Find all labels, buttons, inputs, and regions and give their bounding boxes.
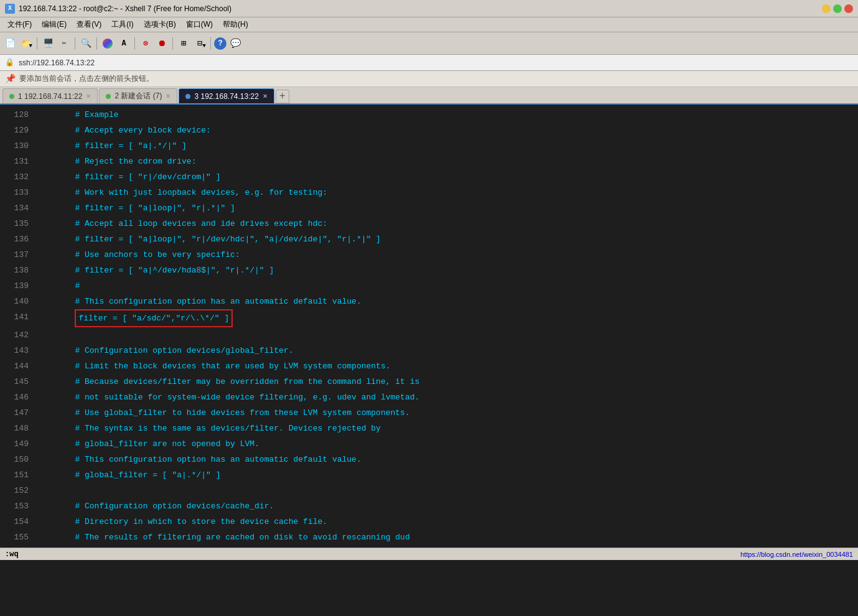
- line-number: 142: [5, 327, 36, 343]
- menu-help[interactable]: 帮助(H): [218, 18, 253, 31]
- line-content: # Limit the block devices that are used …: [36, 358, 391, 374]
- line-content: filter = [ "a/sdc/","r/\.\*/" ]: [36, 309, 233, 327]
- terminal-line-128: 128 # Example: [0, 107, 858, 123]
- session-text: 要添加当前会话，点击左侧的箭头按钮。: [19, 73, 154, 84]
- line-number: 143: [5, 343, 36, 358]
- menu-tools[interactable]: 工具(I): [106, 18, 138, 31]
- terminal-line-145: 145 # Because devices/filter may be over…: [0, 374, 858, 390]
- toolbar-open[interactable]: 📁▼: [19, 36, 34, 51]
- menu-view[interactable]: 查看(V): [72, 18, 106, 31]
- toolbar-layout[interactable]: ⊞: [176, 36, 191, 51]
- line-number: 130: [5, 138, 36, 154]
- menu-tabs[interactable]: 选项卡(B): [139, 18, 181, 31]
- url-link[interactable]: https://blog.csdn.net/weixin_0034481: [740, 551, 853, 558]
- tab-1[interactable]: 1 192.168.74.11:22 ✕: [2, 88, 98, 103]
- line-content: # Use anchors to be very specific:: [36, 247, 240, 263]
- tab-close-2[interactable]: ✕: [166, 93, 170, 100]
- tab-3[interactable]: 3 192.168.74.13:22 ✕: [179, 88, 274, 103]
- line-content: # global_filter are not opened by LVM.: [36, 436, 259, 452]
- toolbar-sep6: [210, 37, 211, 50]
- line-content: # This configuration option has an autom…: [36, 452, 361, 467]
- line-content: # Use global_filter to hide devices from…: [36, 405, 410, 421]
- line-number: 137: [5, 247, 36, 263]
- line-number: 150: [5, 452, 36, 467]
- line-content: # filter = [ "a|.*/|" ]: [36, 138, 187, 154]
- line-number: 132: [5, 169, 36, 185]
- session-bar: 📌 要添加当前会话，点击左侧的箭头按钮。: [0, 71, 858, 87]
- tab-close-3[interactable]: ✕: [263, 93, 268, 100]
- line-number: 155: [5, 530, 36, 545]
- tab-dot-2: [106, 94, 111, 99]
- terminal-line-147: 147 # Use global_filter to hide devices …: [0, 405, 858, 421]
- line-content: # Configuration option devices/cache_dir…: [36, 498, 274, 514]
- line-number: 149: [5, 436, 36, 452]
- line-number: 153: [5, 498, 36, 514]
- toolbar-disconnect[interactable]: ✂: [57, 36, 72, 51]
- toolbar-font[interactable]: A: [116, 36, 131, 51]
- minimize-button[interactable]: [822, 4, 831, 13]
- line-number: 141: [5, 309, 36, 327]
- line-content: # not suitable for system-wide device fi…: [36, 390, 419, 405]
- tab-add-button[interactable]: +: [276, 90, 289, 103]
- line-content: # Reject the cdrom drive:: [36, 154, 196, 169]
- terminal-line-142: 142: [0, 327, 858, 343]
- line-number: 148: [5, 421, 36, 436]
- line-content: # filter = [ "a|loop|", "r|.*|" ]: [36, 200, 235, 216]
- line-content: # Accept every block device:: [36, 123, 211, 138]
- toolbar: 📄 📁▼ 🖥️ ✂ 🔍 A ⊗ ⏺ ⊞ ⊟▼ ? 💬: [0, 32, 858, 55]
- toolbar-color[interactable]: [100, 36, 115, 51]
- toolbar-new[interactable]: 📄: [2, 36, 17, 51]
- line-number: 146: [5, 390, 36, 405]
- maximize-button[interactable]: [833, 4, 842, 13]
- line-content: #: [36, 278, 80, 294]
- highlight-box: filter = [ "a/sdc/","r/\.\*/" ]: [75, 309, 233, 327]
- menu-edit[interactable]: 编辑(E): [37, 18, 72, 31]
- toolbar-layout2[interactable]: ⊟▼: [192, 36, 207, 51]
- terminal-line-148: 148 # The syntax is the same as devices/…: [0, 421, 858, 436]
- line-content: # This configuration option has an autom…: [36, 294, 361, 309]
- terminal-line-129: 129 # Accept every block device:: [0, 123, 858, 138]
- toolbar-connect[interactable]: 🖥️: [40, 36, 55, 51]
- status-bar: :wq https://blog.csdn.net/weixin_0034481: [0, 548, 858, 560]
- address-bar: 🔒 ssh://192.168.74.13:22: [0, 55, 858, 71]
- toolbar-record[interactable]: ⏺: [154, 36, 169, 51]
- toolbar-stop[interactable]: ⊗: [138, 36, 153, 51]
- terminal-line-149: 149 # global_filter are not opened by LV…: [0, 436, 858, 452]
- title-bar-text: 192.168.74.13:22 - root@c2:~ - Xshell 7 …: [19, 4, 822, 13]
- terminal-line-131: 131 # Reject the cdrom drive:: [0, 154, 858, 169]
- menu-file[interactable]: 文件(F): [2, 18, 37, 31]
- toolbar-sep3: [96, 37, 97, 50]
- tab-bar: 1 192.168.74.11:22 ✕ 2 新建会话 (7) ✕ 3 192.…: [0, 87, 858, 105]
- tab-label-2: 2 新建会话 (7): [114, 91, 162, 101]
- close-button[interactable]: [844, 4, 853, 13]
- line-number: 135: [5, 216, 36, 231]
- terminal-line-146: 146 # not suitable for system-wide devic…: [0, 390, 858, 405]
- line-content: # Because devices/filter may be overridd…: [36, 374, 419, 390]
- terminal-content[interactable]: 128 # Example129 # Accept every block de…: [0, 105, 858, 548]
- menu-window[interactable]: 窗口(W): [181, 18, 218, 31]
- toolbar-chat[interactable]: 💬: [228, 36, 243, 51]
- line-content: # Directory in which to store the device…: [36, 514, 327, 530]
- line-number: 131: [5, 154, 36, 169]
- line-content: # filter = [ "a|^/dev/hda8$|", "r|.*/|" …: [36, 263, 274, 278]
- terminal-line-141: 141 filter = [ "a/sdc/","r/\.\*/" ]: [0, 309, 858, 327]
- terminal-line-135: 135 # Accept all loop devices and ide dr…: [0, 216, 858, 231]
- tab-close-1[interactable]: ✕: [86, 93, 91, 100]
- terminal-line-132: 132 # filter = [ "r|/dev/cdrom|" ]: [0, 169, 858, 185]
- terminal-line-152: 152: [0, 483, 858, 498]
- line-content: # Accept all loop devices and ide drives…: [36, 216, 327, 231]
- warning-icon: 📌: [5, 73, 16, 84]
- line-content: # The syntax is the same as devices/filt…: [36, 421, 381, 436]
- terminal-line-130: 130 # filter = [ "a|.*/|" ]: [0, 138, 858, 154]
- terminal-line-137: 137 # Use anchors to be very specific:: [0, 247, 858, 263]
- terminal-line-136: 136 # filter = [ "a|loop|", "r|/dev/hdc|…: [0, 231, 858, 247]
- line-number: 134: [5, 200, 36, 216]
- menu-bar: 文件(F) 编辑(E) 查看(V) 工具(I) 选项卡(B) 窗口(W) 帮助(…: [0, 17, 858, 32]
- terminal-line-138: 138 # filter = [ "a|^/dev/hda8$|", "r|.*…: [0, 263, 858, 278]
- toolbar-search[interactable]: 🔍: [78, 36, 93, 51]
- title-bar: X 192.168.74.13:22 - root@c2:~ - Xshell …: [0, 0, 858, 17]
- tab-2[interactable]: 2 新建会话 (7) ✕: [99, 88, 177, 103]
- line-number: 128: [5, 107, 36, 123]
- toolbar-help[interactable]: ?: [214, 37, 226, 50]
- terminal-line-140: 140 # This configuration option has an a…: [0, 294, 858, 309]
